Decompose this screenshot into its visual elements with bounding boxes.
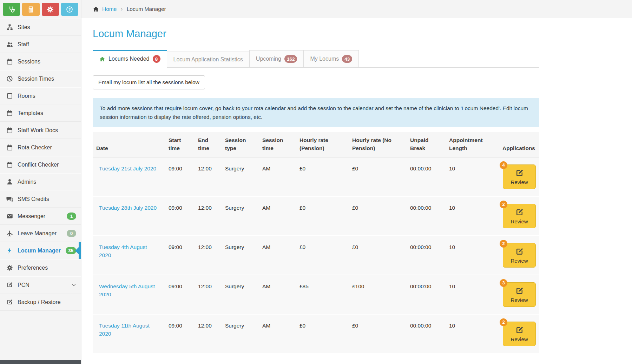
tab[interactable]: Locum Application Statistics [167, 52, 250, 68]
calendar-icon [6, 144, 13, 151]
applications-count-badge: 4 [500, 161, 507, 169]
session-row: Tuesday 21st July 2020 09:00 12:00 Surge… [93, 157, 539, 197]
review-button[interactable]: Review [503, 164, 536, 189]
email-locum-list-button[interactable]: Email my locum list all the sessions bel… [93, 75, 205, 89]
sidebar-item[interactable]: Preferences [0, 259, 81, 276]
person-icon [6, 178, 13, 185]
sidebar-item[interactable]: SMS Credits [0, 190, 81, 208]
home-icon [93, 6, 99, 12]
session-date-link[interactable]: Tuesday 21st July 2020 [99, 166, 156, 171]
cell-session-time: AM [259, 275, 296, 315]
cell-applications: 2 Review [497, 315, 539, 354]
sidebar-item-label: PCN [18, 282, 71, 288]
sidebar-item[interactable]: Sites [0, 19, 81, 36]
quick-action-button[interactable] [42, 3, 59, 16]
sidebar-item[interactable]: Rota Checker [0, 139, 81, 156]
breadcrumb-home-link[interactable]: Home [102, 6, 117, 12]
cell-hourly-rate-no-pension: £100 [349, 275, 407, 315]
session-date-link[interactable]: Tuesday 11th August 2020 [99, 323, 150, 337]
cell-session-type: Surgery [222, 275, 259, 315]
review-button[interactable]: Review [503, 322, 536, 346]
calendar-icon [6, 58, 13, 65]
sidebar-item[interactable]: Locum Manager 35 [0, 242, 81, 259]
gear-icon [6, 264, 13, 271]
cell-date: Tuesday 4th August 2020 [93, 236, 165, 275]
cell-applications: 2 Review [497, 236, 539, 275]
sidebar-item[interactable]: Staff Work Docs [0, 122, 81, 139]
sidebar-item-label: Preferences [18, 265, 76, 271]
session-date-link[interactable]: Tuesday 28th July 2020 [99, 205, 157, 211]
sidebar-item-label: Rooms [18, 93, 76, 99]
tab[interactable]: Upcoming 162 [249, 50, 304, 68]
info-banner: To add more sessions that require locum … [93, 98, 539, 127]
sidebar-item[interactable]: Messenger 1 [0, 208, 81, 225]
cell-unpaid-break: 00:00:00 [407, 275, 446, 315]
tab[interactable]: My Locums 43 [303, 50, 359, 68]
session-date-link[interactable]: Tuesday 4th August 2020 [99, 244, 147, 258]
tab[interactable]: Locums Needed 8 [93, 50, 167, 68]
tab-label: My Locums [310, 56, 339, 62]
table-head: Date Start time End time Session type Se… [93, 132, 539, 157]
sidebar-item[interactable]: Templates [0, 105, 81, 122]
cell-hourly-rate-pension: £0 [296, 197, 349, 236]
sidebar-menu: Sites Staff Sessions [0, 19, 81, 311]
review-button-label: Review [511, 297, 528, 303]
sidebar-item[interactable]: Sessions [0, 53, 81, 70]
column-header: Appointment Length [446, 132, 497, 157]
quick-action-button[interactable]: ? [61, 3, 78, 16]
sidebar-item[interactable]: Staff [0, 36, 81, 53]
column-header: Session type [222, 132, 259, 157]
review-button-wrap: 3 Review [503, 282, 536, 307]
edit-icon [6, 282, 13, 288]
cell-unpaid-break: 00:00:00 [407, 236, 446, 275]
sidebar-item-label: Staff [18, 41, 76, 48]
review-button[interactable]: Review [503, 282, 536, 307]
sidebar-item[interactable]: PCN [0, 276, 81, 294]
sidebar-item-label: Conflict Checker [18, 162, 76, 168]
column-header: Unpaid Break [407, 132, 446, 157]
session-row: Tuesday 4th August 2020 09:00 12:00 Surg… [93, 236, 539, 275]
cell-session-time: AM [259, 157, 296, 197]
quick-action-button[interactable] [3, 3, 20, 16]
cell-session-type: Surgery [222, 236, 259, 275]
cell-session-type: Surgery [222, 197, 259, 236]
sidebar-item[interactable]: Session Times [0, 70, 81, 87]
cell-appointment-length: 10 [446, 275, 497, 315]
sidebar-footer-bar [0, 360, 81, 364]
review-button[interactable]: Review [503, 243, 536, 268]
sidebar-item[interactable]: Leave Manager 0 [0, 225, 81, 242]
column-header: Hourly rate (Pension) [296, 132, 349, 157]
cell-unpaid-break: 00:00:00 [407, 315, 446, 354]
room-icon [6, 93, 13, 99]
sidebar-item-label: Locum Manager [18, 248, 66, 254]
cell-appointment-length: 10 [446, 236, 497, 275]
cell-session-time: AM [259, 315, 296, 354]
cell-hourly-rate-no-pension: £0 [349, 315, 407, 354]
sidebar-item-label: Leave Manager [18, 230, 67, 237]
sidebar-item-label: Sessions [18, 59, 76, 65]
sidebar-item-label: Sites [18, 24, 76, 31]
review-button-label: Review [511, 179, 528, 185]
sidebar-item-label: Session Times [18, 76, 76, 82]
content: Locum Manager Locums Needed 8 Locum Appl… [81, 18, 539, 354]
locum-sessions-table: Date Start time End time Session type Se… [93, 132, 539, 354]
sidebar-item[interactable]: Backup / Restore [0, 294, 81, 311]
calendar-icon [6, 161, 13, 168]
cell-session-type: Surgery [222, 315, 259, 354]
quick-action-button[interactable] [22, 3, 39, 16]
cell-session-time: AM [259, 197, 296, 236]
review-button-wrap: 2 Review [503, 243, 536, 268]
cell-start-time: 09:00 [165, 157, 195, 197]
review-button[interactable]: Review [503, 204, 536, 228]
sidebar: ? Sites Staff [0, 0, 81, 364]
cell-unpaid-break: 00:00:00 [407, 157, 446, 197]
question-icon: ? [66, 6, 73, 13]
sidebar-item[interactable]: Admins [0, 173, 81, 190]
cell-start-time: 09:00 [165, 275, 195, 315]
sidebar-item[interactable]: Rooms [0, 87, 81, 105]
session-date-link[interactable]: Wednesday 5th August 2020 [99, 283, 155, 297]
sidebar-item[interactable]: Conflict Checker [0, 156, 81, 173]
plane-icon [6, 230, 13, 237]
edit-icon [515, 247, 524, 256]
cell-hourly-rate-no-pension: £0 [349, 197, 407, 236]
